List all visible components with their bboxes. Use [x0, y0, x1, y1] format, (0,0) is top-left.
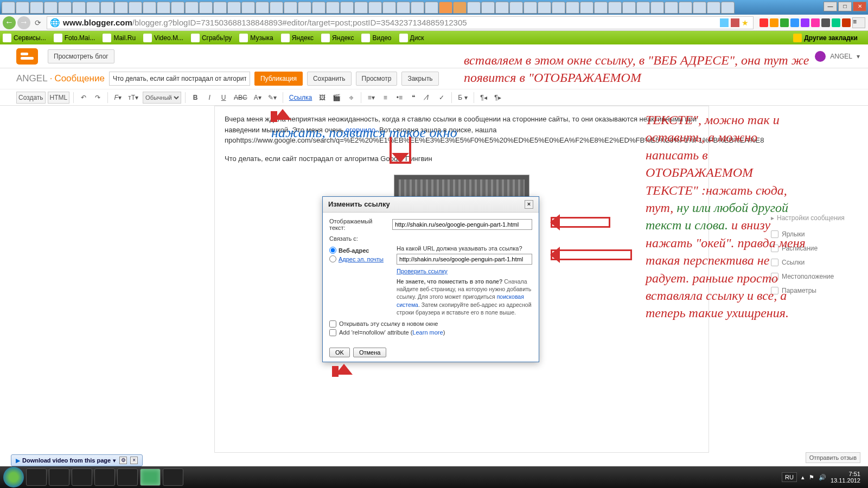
browser-tab[interactable] — [509, 2, 523, 14]
browser-tab[interactable] — [481, 2, 495, 14]
underline-button[interactable]: U — [218, 92, 229, 104]
browser-tab[interactable] — [241, 2, 255, 14]
ext-icon[interactable] — [842, 18, 851, 27]
address-bar[interactable]: 🌐 www.blogger.com/blogger.g?blogID=73150… — [47, 16, 754, 29]
browser-tab[interactable] — [397, 2, 410, 14]
bookmark-item[interactable]: Яндекс — [281, 34, 314, 42]
system-clock[interactable]: 7:51 13.11.2012 — [831, 471, 860, 484]
language-indicator[interactable]: RU — [782, 472, 797, 482]
tray-action-center-icon[interactable]: ⚑ — [809, 474, 814, 481]
browser-tab[interactable] — [86, 2, 100, 14]
strike-button[interactable]: ABC — [232, 92, 250, 104]
browser-tab[interactable] — [157, 2, 170, 14]
send-feedback-button[interactable]: Отправить отзыв — [806, 452, 860, 463]
display-text-input[interactable] — [392, 219, 532, 230]
back-button[interactable]: ← — [3, 16, 16, 29]
taskbar-app-icon[interactable] — [163, 468, 183, 486]
view-blog-button[interactable]: Просмотреть блог — [48, 49, 114, 63]
url-input[interactable] — [397, 254, 532, 265]
browser-tab[interactable] — [354, 2, 368, 14]
browser-tab[interactable] — [425, 2, 438, 14]
reload-button[interactable]: ⟳ — [32, 18, 44, 27]
align-button[interactable]: ≡▾ — [365, 92, 377, 104]
email-address-radio[interactable] — [329, 255, 336, 262]
tray-show-hidden-icon[interactable]: ▴ — [801, 474, 805, 481]
taskbar-app-icon[interactable] — [94, 468, 115, 486]
browser-tab[interactable] — [199, 2, 213, 14]
other-bookmarks[interactable]: Другие закладки — [793, 34, 858, 42]
spellcheck-button[interactable]: ✓ — [436, 92, 448, 104]
download-settings-icon[interactable]: ⚙ — [119, 457, 127, 464]
dialog-close-button[interactable]: × — [525, 200, 533, 209]
publish-button[interactable]: Публикация — [254, 72, 303, 86]
ext-icon[interactable] — [832, 18, 840, 27]
close-button[interactable]: Закрыть — [401, 72, 438, 86]
bookmark-item[interactable]: Яндекс — [321, 34, 354, 42]
browser-tab[interactable] — [453, 2, 467, 14]
browser-tab[interactable] — [270, 2, 283, 14]
insert-image-button[interactable]: 🖼 — [316, 92, 328, 104]
browser-tab[interactable] — [382, 2, 396, 14]
italic-button[interactable]: I — [203, 92, 215, 104]
star-icon[interactable]: ★ — [742, 18, 750, 27]
browser-tab[interactable] — [552, 2, 565, 14]
browser-tab[interactable] — [16, 2, 29, 14]
bullet-list-button[interactable]: •≡ — [393, 92, 405, 104]
browser-tab[interactable] — [368, 2, 382, 14]
browser-tab[interactable] — [72, 2, 86, 14]
browser-tab[interactable] — [284, 2, 297, 14]
browser-tab[interactable] — [185, 2, 199, 14]
browser-tab[interactable] — [665, 2, 678, 14]
browser-tab[interactable] — [538, 2, 551, 14]
browser-tab[interactable] — [114, 2, 128, 14]
open-new-window-checkbox[interactable] — [329, 320, 336, 328]
browser-tab[interactable] — [2, 2, 15, 14]
browser-tab[interactable] — [58, 2, 72, 14]
browser-tab[interactable] — [707, 2, 720, 14]
taskbar-app-icon[interactable] — [72, 468, 92, 486]
bookmark-item[interactable]: Mail.Ru — [103, 34, 136, 42]
quote-button[interactable]: ❝ — [407, 92, 419, 104]
browser-tab[interactable] — [721, 2, 735, 14]
browser-tab[interactable] — [566, 2, 579, 14]
save-button[interactable]: Сохранить — [307, 72, 352, 86]
browser-tab[interactable] — [650, 2, 664, 14]
browser-tab[interactable] — [143, 2, 156, 14]
forward-button[interactable]: → — [17, 16, 30, 29]
ext-icon[interactable] — [770, 18, 778, 27]
bookmark-item[interactable]: Видео — [361, 34, 391, 42]
browser-tab[interactable] — [467, 2, 481, 14]
ext-icon[interactable] — [811, 18, 820, 27]
ext-icon[interactable] — [780, 18, 789, 27]
insert-video-button[interactable]: 🎬 — [330, 92, 343, 104]
extension-icon[interactable] — [731, 18, 739, 27]
preview-button[interactable]: Просмотр — [356, 72, 398, 86]
window-minimize-button[interactable]: — — [824, 2, 837, 11]
blog-name-label[interactable]: ANGEL — [16, 73, 48, 84]
browser-tab[interactable] — [100, 2, 114, 14]
remove-format-button[interactable]: I̸ — [422, 92, 433, 104]
download-close-icon[interactable]: × — [130, 457, 138, 464]
browser-tab[interactable] — [256, 2, 269, 14]
dropdown-icon[interactable]: ▾ — [857, 53, 860, 60]
numbered-list-button[interactable]: ≡ — [379, 92, 391, 104]
browser-tab[interactable] — [594, 2, 608, 14]
heading-select[interactable]: Обычный — [143, 92, 181, 104]
ext-icon[interactable] — [821, 18, 830, 27]
taskbar-app-icon[interactable] — [117, 468, 138, 486]
test-link[interactable]: Проверить ссылку — [397, 268, 448, 274]
browser-tab[interactable] — [524, 2, 537, 14]
web-address-radio[interactable] — [329, 247, 336, 254]
taskbar-app-icon[interactable] — [49, 468, 69, 486]
browser-tab-active[interactable] — [439, 2, 452, 14]
browser-menu-button[interactable]: ≡ — [852, 17, 865, 28]
browser-tab[interactable] — [227, 2, 241, 14]
window-close-button[interactable]: ✕ — [853, 2, 866, 11]
ext-icon[interactable] — [790, 18, 799, 27]
browser-tab[interactable] — [580, 2, 593, 14]
bookmark-item[interactable]: Сграбь!ру — [191, 34, 232, 42]
window-maximize-button[interactable]: □ — [838, 2, 852, 11]
ext-icon[interactable] — [760, 18, 768, 27]
transliterate-button[interactable]: Б ▾ — [456, 92, 469, 104]
browser-tab[interactable] — [44, 2, 58, 14]
